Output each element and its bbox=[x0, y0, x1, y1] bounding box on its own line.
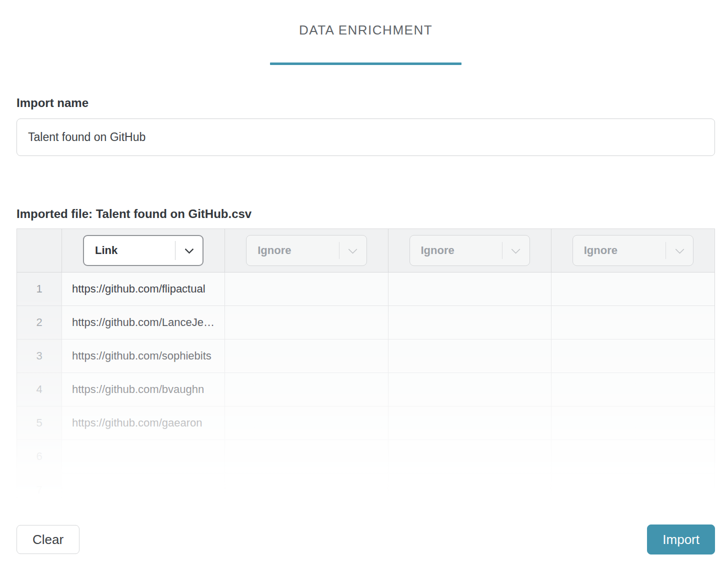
import-name-label: Import name bbox=[16, 96, 715, 110]
row-number: 3 bbox=[17, 340, 62, 373]
empty-cell bbox=[225, 440, 388, 474]
page-header: DATA ENRICHMENT bbox=[16, 0, 715, 65]
empty-cell bbox=[388, 440, 552, 474]
empty-cell bbox=[552, 272, 714, 306]
link-cell: https://github.com/gaearon bbox=[62, 406, 225, 440]
empty-cell bbox=[552, 474, 714, 507]
empty-cell bbox=[388, 373, 552, 406]
clear-button[interactable]: Clear bbox=[16, 525, 80, 554]
chevron-down-icon bbox=[512, 244, 520, 254]
column-mapping-value: Ignore bbox=[573, 244, 666, 257]
footer-actions: Clear Import bbox=[16, 524, 715, 554]
link-cell bbox=[62, 440, 225, 474]
row-number-header-cell bbox=[17, 229, 62, 272]
empty-cell bbox=[552, 373, 714, 406]
data-enrichment-page: DATA ENRICHMENT Import name Imported fil… bbox=[0, 0, 728, 554]
empty-cell bbox=[388, 474, 552, 507]
table-grid: Link Ignore Ignore bbox=[17, 229, 714, 507]
dropdown-caret-area bbox=[666, 248, 693, 254]
title-accent-underline bbox=[270, 62, 462, 65]
row-number: 5 bbox=[17, 406, 62, 440]
empty-cell bbox=[225, 272, 388, 306]
link-cell: https://github.com/LanceJe… bbox=[62, 306, 225, 340]
import-name-input[interactable] bbox=[16, 118, 715, 156]
imported-file-heading: Imported file: Talent found on GitHub.cs… bbox=[16, 207, 715, 221]
row-number: 6 bbox=[17, 440, 62, 474]
empty-cell bbox=[552, 406, 714, 440]
row-number: 7 bbox=[17, 474, 62, 507]
link-cell: https://github.com/bvaughn bbox=[62, 373, 225, 406]
link-cell bbox=[62, 474, 225, 507]
chevron-down-icon bbox=[675, 244, 684, 254]
column-header-3: Ignore bbox=[388, 229, 552, 272]
dropdown-caret-area bbox=[502, 248, 530, 254]
empty-cell bbox=[388, 306, 552, 340]
chevron-down-icon bbox=[184, 244, 194, 254]
column-mapping-select-ignore-2[interactable]: Ignore bbox=[410, 235, 530, 266]
column-mapping-select-link[interactable]: Link bbox=[83, 235, 204, 266]
empty-cell bbox=[225, 340, 388, 373]
empty-cell bbox=[225, 406, 388, 440]
empty-cell bbox=[225, 373, 388, 406]
page-title: DATA ENRICHMENT bbox=[16, 22, 715, 38]
empty-cell bbox=[552, 306, 714, 340]
column-mapping-value: Ignore bbox=[246, 244, 338, 257]
column-mapping-value: Ignore bbox=[410, 244, 502, 257]
empty-cell bbox=[388, 406, 552, 440]
empty-cell bbox=[225, 306, 388, 340]
column-header-1: Link bbox=[62, 229, 225, 272]
link-cell: https://github.com/flipactual bbox=[62, 272, 225, 306]
row-number: 1 bbox=[17, 272, 62, 306]
row-number: 2 bbox=[17, 306, 62, 340]
dropdown-caret-area bbox=[176, 248, 202, 254]
dropdown-caret-area bbox=[340, 248, 366, 254]
row-number: 4 bbox=[17, 373, 62, 406]
chevron-down-icon bbox=[348, 244, 357, 254]
empty-cell bbox=[552, 340, 714, 373]
link-cell: https://github.com/sophiebits bbox=[62, 340, 225, 373]
column-mapping-value: Link bbox=[84, 244, 175, 257]
empty-cell bbox=[552, 440, 714, 474]
column-header-4: Ignore bbox=[552, 229, 714, 272]
import-button[interactable]: Import bbox=[647, 524, 715, 554]
empty-cell bbox=[388, 272, 552, 306]
column-header-2: Ignore bbox=[225, 229, 388, 272]
import-preview-table: Link Ignore Ignore bbox=[16, 228, 715, 507]
empty-cell bbox=[225, 474, 388, 507]
column-mapping-select-ignore-1[interactable]: Ignore bbox=[246, 235, 366, 266]
empty-cell bbox=[388, 340, 552, 373]
column-mapping-select-ignore-3[interactable]: Ignore bbox=[572, 235, 694, 266]
